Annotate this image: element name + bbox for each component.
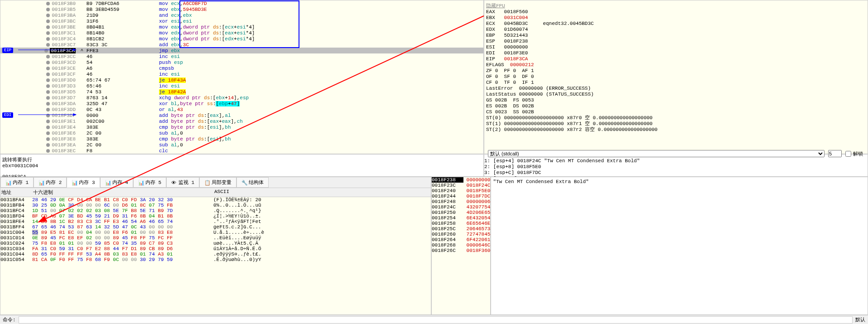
tab-结构体[interactable]: 🔧结构体 xyxy=(236,177,269,188)
tab-内存 4[interactable]: 📊内存 4 xyxy=(100,177,133,188)
register-line[interactable]: ESP 0018F238 xyxy=(486,39,866,44)
register-line[interactable]: CS 0023 SS 002B xyxy=(486,109,866,115)
register-line[interactable]: EIP 0018F3CA xyxy=(486,56,866,62)
hex-row[interactable]: 0031C05481 CA 0F F0 FF 75 F8 68 F9 0C 00… xyxy=(0,257,431,262)
lock-checkbox[interactable] xyxy=(845,151,851,157)
memory-tabs[interactable]: 📊内存 1📊内存 2📊内存 3📊内存 4📊内存 5👁监视 1📋局部变量🔧结构体 xyxy=(0,177,431,188)
calling-convention-select[interactable]: 默认 (stdcall) xyxy=(488,150,825,157)
hex-row[interactable]: 0031BFE414 B0 8B 1C B2 83 C3 3C FF E3 46… xyxy=(0,219,431,224)
hex-row[interactable]: 0031C034FA 31 C0 59 31 C0 F7 E2 88 44 F7… xyxy=(0,246,431,251)
tab-局部变量[interactable]: 📋局部变量 xyxy=(199,177,236,188)
tab-icon: 📊 xyxy=(105,180,111,185)
disasm-row[interactable]: 0018F3ED 292Esub dword ptr ds:[esi],ebp xyxy=(0,154,483,154)
disasm-row[interactable]: 0018F3DA 325D 47xor bl,byte ptr ss:[ebp+… xyxy=(0,101,483,106)
hex-row[interactable]: 0031BFC41D 51 00 07 02 02 02 03 08 5E 7F… xyxy=(0,208,431,213)
disasm-row[interactable]: 0018F3B0 B9 7DBFCDA6mov ecx,A6CDBF7D xyxy=(0,0,483,6)
disassembly-pane[interactable]: EIP EDI 0018F3B0 B9 7DBFCDA6mov ecx,A6CD… xyxy=(0,0,484,154)
stack-row[interactable]: 0018F240 0018F5E0 xyxy=(432,188,490,193)
stack-row[interactable]: 0018F244 0018F7DC xyxy=(432,193,490,199)
stack-row[interactable]: 0018F248 00000006 xyxy=(432,199,490,204)
hex-row[interactable]: 0031C0448D 65 F0 FF FF FF 53 A4 8B 03 83… xyxy=(0,251,431,257)
hex-row[interactable]: 0031C02475 F8 E8 01 01 00 00 59 85 C0 74… xyxy=(0,241,431,246)
eip-label: EIP xyxy=(2,48,13,53)
register-line[interactable]: OF 0 SF 0 DF 0 xyxy=(486,74,866,80)
disasm-row[interactable]: 0018F3DD 0C 43or al,43 xyxy=(0,106,483,112)
register-line[interactable]: EAX 0018F560 xyxy=(486,9,866,15)
stack-row[interactable]: 0018F25C 20646573 xyxy=(432,226,490,232)
stack-row[interactable]: 0018F23C 0018F24C xyxy=(432,183,490,188)
disasm-row[interactable]: 0018F3CD 54push esp xyxy=(0,59,483,65)
stack-view[interactable]: 0018F238 000000000018F23C 0018F24C0018F2… xyxy=(432,177,490,314)
tab-icon: 📊 xyxy=(72,180,77,185)
disasm-row[interactable]: 0018F3E8 383Ecmp byte ptr ds:[esi],bh xyxy=(0,136,483,142)
disasm-row[interactable]: 0018F3D3 65:46inc esi xyxy=(0,83,483,89)
disasm-row[interactable]: 0018F3C7 83C3 3Cadd ebx,3C xyxy=(0,42,483,48)
disasm-row[interactable]: 0018F3E4 383Ecmp byte ptr ds:[esi],bh xyxy=(0,124,483,130)
stack-row[interactable]: 0018F238 00000000 xyxy=(432,177,490,183)
register-line[interactable]: GS 002B FS 0053 xyxy=(486,97,866,103)
register-line[interactable]: LastStatus 00000000 (STATUS_SUCCESS) xyxy=(486,92,866,97)
tab-内存 2[interactable]: 📊内存 2 xyxy=(34,177,67,188)
default-label: 默认 xyxy=(853,316,868,323)
register-line[interactable]: EFLAGS 00000212 xyxy=(486,62,866,68)
disasm-row[interactable]: 0018F3EC F8clc xyxy=(0,148,483,154)
stack-row[interactable]: 0018F254 6E432054 xyxy=(432,215,490,221)
register-line[interactable]: ST(0) 00000000000000000000 x87r0 空 0.000… xyxy=(486,115,866,121)
hex-row[interactable]: 0031C00455 89 E5 81 EC 00 04 00 00 E8 F6… xyxy=(0,230,431,235)
tab-内存 5[interactable]: 📊内存 5 xyxy=(133,177,166,188)
register-line[interactable]: ST(1) 00000000000000000000 x87r1 空 0.000… xyxy=(486,121,866,127)
disasm-row[interactable]: 0018F3CC 46inc esi xyxy=(0,53,483,59)
disasm-row[interactable]: 0018F3B5 BB 3EBD4559mov ebx,5945BD3E xyxy=(0,6,483,12)
disasm-row[interactable]: 0018F3D5 74 53je 18F42A xyxy=(0,89,483,95)
register-line[interactable]: ZF 0 PF 0 AF 1 xyxy=(486,68,866,74)
disasm-row[interactable]: 0018F3BC 31F6xor esi,esi xyxy=(0,18,483,24)
register-line[interactable]: ST(2) 00000000000000000000 x87r2 容空 0.00… xyxy=(486,127,866,133)
tab-内存 3[interactable]: 📊内存 3 xyxy=(67,177,100,188)
disasm-row[interactable]: 0018F3CA ^ FFE3jmp ebx xyxy=(0,48,483,53)
register-line[interactable]: EBP 5D321443 xyxy=(486,33,866,39)
disasm-row[interactable]: 0018F3E1 002C00add byte ptr ds:[eax+eax]… xyxy=(0,118,483,124)
stack-row[interactable]: 0018F26C 0018F360 xyxy=(432,248,490,253)
stack-row[interactable]: 0018F268 0000646C xyxy=(432,242,490,248)
hex-row[interactable]: 0031BFD4BF CD A6 07 3E BD 45 59 21 D9 31… xyxy=(0,213,431,219)
disasm-row[interactable]: 0018F3C4 8B1CB2mov ebx,dword ptr ds:[edx… xyxy=(0,36,483,42)
register-line[interactable]: EDI 0018F3E0 xyxy=(486,50,866,56)
stack-row[interactable]: 0018F260 72747845 xyxy=(432,232,490,237)
hex-row[interactable]: 0031C0140E 89 45 FC E8 EF 02 00 00 89 45… xyxy=(0,235,431,241)
disasm-row[interactable]: 0018F3BA 21D9and ecx,ebx xyxy=(0,12,483,18)
hex-row[interactable]: 0031BFB430 25 0D 0A 30 00 00 00 6C 00 D6… xyxy=(0,203,431,208)
edi-label: EDI xyxy=(2,112,13,118)
arg-line: 1: [esp+4] 0018F24C "Tw Cen MT Condensed… xyxy=(484,158,868,164)
arg-count-input[interactable] xyxy=(828,150,842,157)
hex-dump[interactable]: 0031BFA428 46 29 0E CF D4 CA BE B1 C8 C0… xyxy=(0,197,431,314)
register-line[interactable]: ESI 00000000 xyxy=(486,44,866,50)
hex-row[interactable]: 0031BFF467 65 46 74 53 87 63 14 32 5D 47… xyxy=(0,224,431,230)
disasm-row[interactable]: 0018F3CF 46inc esi xyxy=(0,71,483,77)
stack-row[interactable]: 0018F24C 43207754 xyxy=(432,204,490,210)
disasm-row[interactable]: 0018F3BE 8B04B1mov eax,dword ptr ds:[ecx… xyxy=(0,24,483,30)
disasm-row[interactable]: 0018F3EA 2C 00sub al,0 xyxy=(0,142,483,148)
tab-icon: 📊 xyxy=(138,180,144,185)
tab-监视 1[interactable]: 👁监视 1 xyxy=(166,177,199,188)
disasm-row[interactable]: 0018F3D7 8763 14xchg dword ptr ds:[ebx+1… xyxy=(0,95,483,101)
register-line[interactable]: EBX 0031C004 xyxy=(486,15,866,21)
disasm-row[interactable]: 0018F3C1 8B14B0mov edx,dword ptr ds:[eax… xyxy=(0,30,483,36)
register-line[interactable]: EDX 01D60074 xyxy=(486,27,866,33)
tab-内存 1[interactable]: 📊内存 1 xyxy=(0,177,34,188)
tab-icon: 👁 xyxy=(171,180,177,185)
register-line[interactable]: ES 002B DS 002B xyxy=(486,103,866,109)
disasm-row[interactable]: 0018F3CE A6cmpsb xyxy=(0,65,483,71)
register-line[interactable]: ECX 0045BD3C eqnedt32.0045BD3C xyxy=(486,21,866,27)
register-line[interactable]: LastError 00000000 (ERROR_SUCCESS) xyxy=(486,86,866,92)
disasm-row[interactable]: 0018F3E6 2C 00sub al,0 xyxy=(0,130,483,136)
hide-fpu-link[interactable]: 隐藏FPU xyxy=(486,2,866,9)
stack-row[interactable]: 0018F264 6F422061 xyxy=(432,237,490,242)
stack-row[interactable]: 0018F258 6E65646E xyxy=(432,221,490,226)
stack-row[interactable]: 0018F250 4D206E65 xyxy=(432,210,490,215)
registers-pane[interactable]: 隐藏FPU EAX 0018F560EBX 0031C004ECX 0045BD… xyxy=(484,0,868,154)
hex-row[interactable]: 0031BFA428 46 29 0E CF D4 CA BE B1 C8 C0… xyxy=(0,197,431,203)
disasm-row[interactable]: 0018F3D0 65:74 67je 18F43A xyxy=(0,77,483,83)
register-line[interactable]: CF 0 TF 0 IF 1 xyxy=(486,80,866,86)
command-input[interactable] xyxy=(19,316,853,324)
disasm-row[interactable]: 0018F3DF 0000add byte ptr ds:[eax],al xyxy=(0,112,483,118)
